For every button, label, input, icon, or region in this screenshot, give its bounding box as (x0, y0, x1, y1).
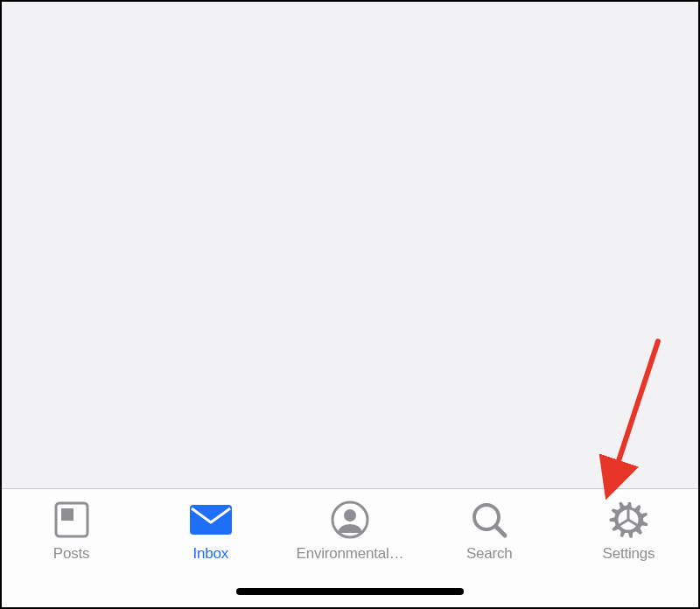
svg-rect-1 (61, 508, 74, 521)
tab-environmental[interactable]: Environmental… (280, 500, 419, 563)
svg-rect-2 (190, 505, 232, 535)
tab-environmental-label: Environmental… (297, 545, 404, 563)
tab-inbox-label: Inbox (193, 545, 229, 563)
settings-icon (608, 500, 648, 540)
person-icon (331, 500, 369, 540)
tab-settings-label: Settings (603, 545, 655, 563)
svg-line-6 (496, 527, 505, 536)
tab-posts[interactable]: Posts (2, 500, 141, 563)
svg-point-4 (344, 509, 356, 522)
search-icon (470, 500, 508, 540)
content-area (2, 2, 698, 488)
tab-inbox[interactable]: Inbox (141, 500, 280, 563)
tab-settings[interactable]: Settings (559, 500, 698, 563)
home-indicator[interactable] (236, 588, 464, 595)
posts-icon (53, 500, 90, 540)
inbox-icon (190, 500, 232, 540)
tab-posts-label: Posts (53, 545, 90, 563)
tab-search-label: Search (466, 545, 513, 563)
tab-search[interactable]: Search (420, 500, 559, 563)
